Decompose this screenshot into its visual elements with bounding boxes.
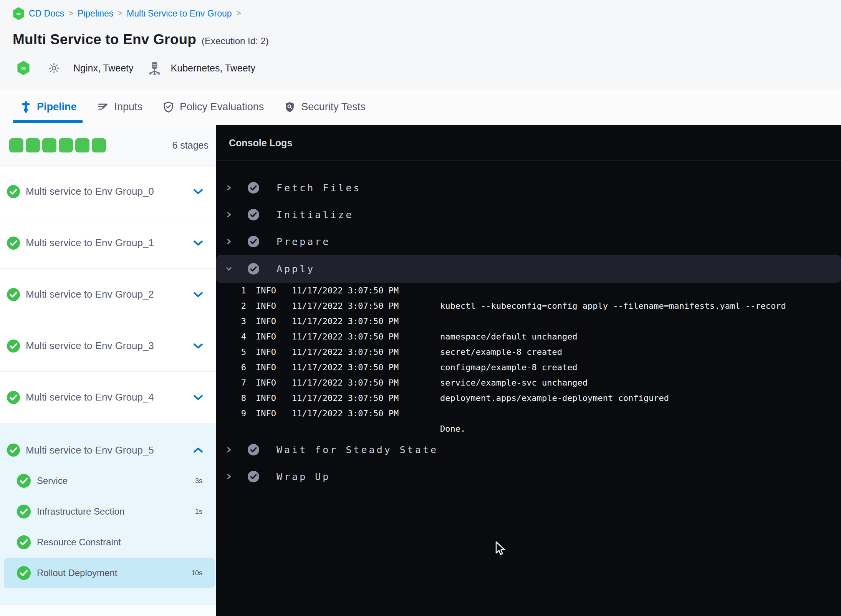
log-message: configmap/example-8 created <box>440 363 841 372</box>
success-check-icon <box>17 566 31 580</box>
success-check-icon <box>17 505 31 518</box>
log-line-number: 7 <box>216 378 246 387</box>
success-check-icon <box>7 237 20 250</box>
step-success-check-icon <box>248 182 259 194</box>
console-title: Console Logs <box>229 137 292 149</box>
tab-label: Pipeline <box>37 101 77 113</box>
log-message: namespace/default unchanged <box>440 332 841 341</box>
log-timestamp: 11/17/2022 3:07:50 PM <box>292 332 430 341</box>
console-step-apply[interactable]: Apply <box>216 255 841 283</box>
tab-label: Inputs <box>114 101 143 113</box>
step-success-check-icon <box>248 236 259 247</box>
stage-row-5[interactable]: Multi service to Env Group_5 <box>0 435 216 465</box>
chevron-right-icon[interactable] <box>226 238 232 245</box>
stage-label: Multi service to Env Group_0 <box>26 185 154 197</box>
log-line: 5INFO11/17/2022 3:07:50 PMsecret/example… <box>216 344 841 359</box>
console-header: Console Logs <box>216 125 841 161</box>
substep-label: Service <box>37 475 68 486</box>
log-message: service/example-svc unchanged <box>440 378 841 387</box>
breadcrumb-link-pipelines[interactable]: Pipelines <box>78 8 113 19</box>
breadcrumb-link-pipeline-name[interactable]: Multi Service to Env Group <box>127 8 232 19</box>
step-success-check-icon <box>248 209 259 220</box>
stage-progress-square <box>42 138 56 152</box>
stage-row-0[interactable]: Multi service to Env Group_0 <box>0 166 216 217</box>
stage-progress-square <box>26 138 40 152</box>
chevron-down-icon[interactable] <box>193 343 203 349</box>
log-line-number: 2 <box>216 301 246 311</box>
console-step-wrap-up[interactable]: Wrap Up <box>216 463 841 490</box>
breadcrumb-separator: > <box>236 8 241 18</box>
console-step-prepare[interactable]: Prepare <box>216 228 841 255</box>
log-level: INFO <box>256 316 282 326</box>
chevron-right-icon[interactable] <box>226 212 232 218</box>
page-header: ∞ CD Docs > Pipelines > Multi Service to… <box>0 0 841 89</box>
console-steps: Fetch Files Initialize Prepare Apply <box>216 161 841 490</box>
stage-label: Multi service to Env Group_4 <box>26 391 154 403</box>
console-step-wait-for-steady-state[interactable]: Wait for Steady State <box>216 436 841 463</box>
log-level: INFO <box>256 286 282 295</box>
log-level: INFO <box>256 363 282 372</box>
stage-row-4[interactable]: Multi service to Env Group_4 <box>0 372 216 423</box>
breadcrumb-link-cd-docs[interactable]: CD Docs <box>29 8 64 19</box>
log-timestamp: 11/17/2022 3:07:50 PM <box>292 378 430 387</box>
console-step-initialize[interactable]: Initialize <box>216 201 841 228</box>
substep-label: Resource Constraint <box>37 537 121 548</box>
log-line: 4INFO11/17/2022 3:07:50 PMnamespace/defa… <box>216 329 841 344</box>
chevron-down-icon[interactable] <box>193 394 203 401</box>
tab-bar: Pipeline Inputs Policy Evaluations Secur… <box>0 89 841 125</box>
stage-row-2[interactable]: Multi service to Env Group_2 <box>0 269 216 320</box>
console-step-label: Prepare <box>276 236 330 247</box>
substep-infrastructure-section[interactable]: Infrastructure Section 1s <box>0 496 216 527</box>
inputs-icon <box>97 101 109 113</box>
console-step-label: Wait for Steady State <box>276 444 438 455</box>
tab-label: Security Tests <box>301 101 366 113</box>
log-timestamp: 11/17/2022 3:07:50 PM <box>292 409 430 418</box>
chevron-right-icon[interactable] <box>226 447 232 453</box>
log-level: INFO <box>256 409 282 418</box>
log-message: Done. <box>440 424 841 434</box>
environments-icon <box>147 60 162 76</box>
substep-resource-constraint[interactable]: Resource Constraint <box>0 527 216 558</box>
console-step-fetch-files[interactable]: Fetch Files <box>216 174 841 201</box>
page-title: Multi Service to Env Group <box>13 31 196 48</box>
pipeline-icon <box>20 101 31 113</box>
substep-service[interactable]: Service 3s <box>0 465 216 496</box>
chevron-up-icon[interactable] <box>193 447 203 453</box>
substep-rollout-deployment[interactable]: Rollout Deployment 10s <box>4 558 215 588</box>
stage-row-3[interactable]: Multi service to Env Group_3 <box>0 320 216 372</box>
app-window: ∞ CD Docs > Pipelines > Multi Service to… <box>0 0 841 616</box>
stage-row-1[interactable]: Multi service to Env Group_1 <box>0 217 216 269</box>
log-timestamp: 11/17/2022 3:07:50 PM <box>292 393 430 403</box>
chevron-down-icon[interactable] <box>226 266 232 272</box>
log-line: 1INFO11/17/2022 3:07:50 PM <box>216 283 841 298</box>
log-line-number: 4 <box>216 332 246 341</box>
tab-security-tests[interactable]: Security Tests <box>284 89 366 125</box>
environments-label: Kubernetes, Tweety <box>171 63 256 74</box>
substep-label: Infrastructure Section <box>37 506 124 517</box>
svg-text:∞: ∞ <box>21 64 26 72</box>
chevron-right-icon[interactable] <box>226 474 232 480</box>
success-check-icon <box>17 535 31 549</box>
chevron-right-icon[interactable] <box>226 185 232 191</box>
execution-id: (Execution Id: 2) <box>202 36 269 46</box>
chevron-down-icon[interactable] <box>193 189 203 195</box>
stage-label: Multi service to Env Group_5 <box>26 444 154 456</box>
log-output: 1INFO11/17/2022 3:07:50 PM 2INFO11/17/20… <box>216 283 841 436</box>
console-step-label: Wrap Up <box>276 471 330 482</box>
log-line-number: 9 <box>216 409 246 418</box>
chevron-down-icon[interactable] <box>193 240 203 246</box>
log-line-number: 3 <box>216 316 246 326</box>
success-check-icon <box>7 185 20 198</box>
tab-inputs[interactable]: Inputs <box>97 89 143 125</box>
chevron-down-icon[interactable] <box>193 291 203 298</box>
stages-summary: 6 stages <box>0 125 216 166</box>
services-label: Nginx, Tweety <box>73 63 134 74</box>
services-row: ∞ Nginx, Tweety Kubernetes, Tweety <box>17 58 255 78</box>
step-success-check-icon <box>248 263 259 275</box>
tab-policy-evaluations[interactable]: Policy Evaluations <box>162 89 264 125</box>
log-level: INFO <box>256 332 282 341</box>
tab-pipeline[interactable]: Pipeline <box>20 89 77 125</box>
log-line-number: 8 <box>216 393 246 403</box>
log-line-number: 5 <box>216 347 246 357</box>
stages-sidebar: 6 stages Multi service to Env Group_0 Mu… <box>0 125 216 616</box>
